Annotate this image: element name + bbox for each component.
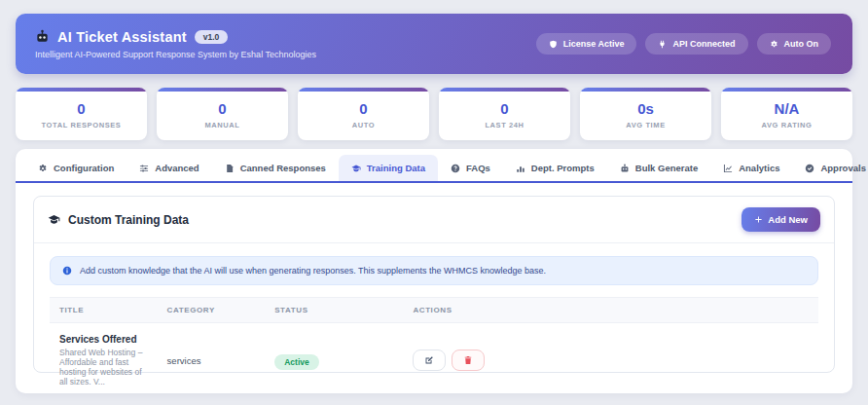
robot-icon: [620, 164, 630, 173]
tab-label: Approvals: [820, 163, 865, 173]
training-data-table: TITLE CATEGORY STATUS ACTIONS: [50, 297, 818, 397]
stat-value: 0: [439, 100, 570, 117]
robot-icon: [35, 29, 50, 44]
graduation-cap-icon: [48, 213, 60, 226]
chart-line-icon: [723, 164, 733, 173]
version-badge: v1.0: [195, 30, 229, 44]
tab-label: Configuration: [54, 163, 114, 173]
stat-card-accent-bar: [721, 88, 852, 92]
page: AI Ticket Assistant v1.0 Intelligent AI-…: [0, 0, 868, 393]
trash-icon: [463, 355, 473, 365]
stat-label: AUTO: [298, 121, 429, 129]
row-actions: [413, 350, 809, 371]
stats-row: 0 TOTAL RESPONSES 0 MANUAL 0 AUTO 0 LAST…: [16, 88, 852, 140]
stat-value: 0: [298, 100, 429, 117]
status-pill[interactable]: Auto On: [757, 33, 832, 55]
column-header: ACTIONS: [403, 298, 818, 323]
tab[interactable]: Configuration: [25, 155, 127, 181]
stat-card: 0 AUTO: [298, 88, 429, 140]
table-row: Services Offered Shared Web Hosting – Af…: [50, 323, 818, 398]
tab-nav: Configuration Advanced Canned Responses …: [16, 149, 852, 183]
table-header-row: TITLE CATEGORY STATUS ACTIONS: [50, 298, 818, 323]
question-circle-icon: [451, 164, 460, 173]
stat-label: LAST 24H: [439, 121, 570, 129]
column-header: CATEGORY: [158, 298, 266, 323]
stat-value: 0: [16, 100, 147, 117]
status-pill[interactable]: API Connected: [645, 33, 747, 55]
delete-button[interactable]: [452, 350, 485, 371]
row-category: services: [158, 323, 266, 398]
stat-label: AVG RATING: [721, 121, 852, 129]
sliders-icon: [139, 164, 149, 173]
tab-label: Training Data: [367, 163, 425, 173]
info-alert: Add custom knowledge that the AI will us…: [50, 256, 818, 285]
stat-card: 0s AVG TIME: [580, 88, 711, 140]
tab[interactable]: Analytics: [710, 155, 792, 181]
status-badge: Active: [274, 354, 319, 370]
tab[interactable]: Advanced: [127, 155, 211, 181]
header-status-pills: License Active API Connected Auto On: [536, 33, 831, 55]
training-data-panel: Custom Training Data Add New Add custom …: [33, 196, 835, 373]
tab-label: Bulk Generate: [635, 163, 698, 173]
table-body: Services Offered Shared Web Hosting – Af…: [50, 323, 818, 398]
stat-card-accent-bar: [298, 88, 429, 92]
tab-label: FAQs: [466, 163, 490, 173]
status-pill-label: API Connected: [672, 39, 735, 49]
tab[interactable]: Approvals: [792, 155, 868, 181]
stat-label: AVG TIME: [580, 121, 711, 129]
tab-label: Advanced: [155, 163, 199, 173]
row-title: Services Offered: [59, 334, 148, 345]
tab-label: Analytics: [739, 163, 779, 173]
tab[interactable]: FAQs: [438, 155, 503, 181]
stat-value: 0: [157, 100, 288, 117]
tabs-card: Configuration Advanced Canned Responses …: [16, 149, 852, 393]
tab[interactable]: Dept. Prompts: [503, 155, 607, 181]
stat-value: 0s: [580, 100, 711, 117]
stat-card: N/A AVG RATING: [721, 88, 852, 140]
gear-icon: [770, 40, 778, 49]
plus-icon: [754, 215, 763, 224]
bar-chart-icon: [516, 164, 525, 173]
stat-label: TOTAL RESPONSES: [16, 121, 147, 129]
stat-card-accent-bar: [439, 88, 570, 92]
info-alert-text: Add custom knowledge that the AI will us…: [80, 266, 546, 276]
panel-body: Add custom knowledge that the AI will us…: [34, 243, 834, 397]
app-subtitle: Intelligent AI-Powered Support Response …: [35, 50, 316, 59]
add-new-button-label: Add New: [768, 214, 808, 225]
panel-title: Custom Training Data: [48, 213, 189, 227]
row-description: Shared Web Hosting – Affordable and fast…: [59, 348, 148, 387]
tab-label: Dept. Prompts: [531, 163, 595, 173]
shield-icon: [549, 40, 558, 49]
stat-card: 0 MANUAL: [157, 88, 288, 140]
check-circle-icon: [805, 164, 814, 173]
stat-card-accent-bar: [16, 88, 147, 92]
gear-icon: [38, 164, 48, 173]
panel-header: Custom Training Data Add New: [34, 197, 834, 243]
stat-value: N/A: [721, 100, 852, 117]
plug-icon: [658, 40, 667, 49]
edit-icon: [424, 355, 434, 365]
stat-card: 0 LAST 24H: [439, 88, 570, 140]
file-icon: [225, 164, 235, 173]
stat-card-accent-bar: [157, 88, 288, 92]
stat-card-accent-bar: [580, 88, 711, 92]
tab[interactable]: Bulk Generate: [607, 155, 710, 181]
status-pill[interactable]: License Active: [536, 33, 637, 55]
stat-card: 0 TOTAL RESPONSES: [16, 88, 147, 140]
add-new-button[interactable]: Add New: [741, 207, 820, 232]
tab-label: Canned Responses: [240, 163, 326, 173]
info-circle-icon: [62, 266, 72, 276]
column-header: STATUS: [265, 298, 403, 323]
app-header: AI Ticket Assistant v1.0 Intelligent AI-…: [16, 14, 852, 74]
panel-title-text: Custom Training Data: [68, 213, 189, 227]
app-title: AI Ticket Assistant: [57, 29, 187, 45]
edit-button[interactable]: [413, 350, 446, 371]
status-pill-label: License Active: [563, 39, 625, 49]
column-header: TITLE: [50, 298, 158, 323]
graduation-cap-icon: [351, 164, 361, 173]
status-pill-label: Auto On: [784, 39, 819, 49]
stat-label: MANUAL: [157, 121, 288, 129]
app-header-left: AI Ticket Assistant v1.0 Intelligent AI-…: [35, 29, 316, 59]
tab[interactable]: Training Data: [339, 155, 438, 181]
tab[interactable]: Canned Responses: [212, 155, 339, 181]
